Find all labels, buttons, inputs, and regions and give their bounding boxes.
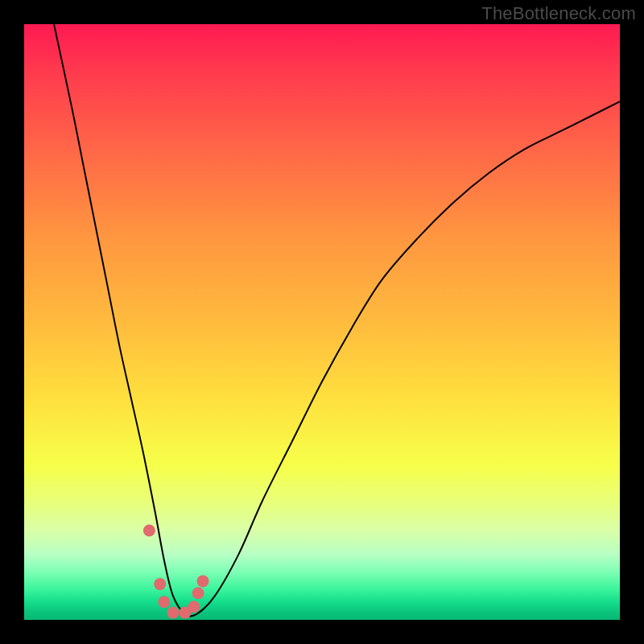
- curve-svg: [24, 24, 620, 620]
- curve-marker: [192, 587, 204, 599]
- curve-marker: [197, 575, 209, 587]
- curve-marker: [167, 607, 180, 619]
- curve-marker: [143, 525, 155, 537]
- curve-marker: [188, 601, 200, 613]
- bottleneck-curve: [54, 24, 620, 616]
- watermark-text: TheBottleneck.com: [481, 3, 636, 24]
- curve-markers: [143, 525, 209, 619]
- curve-marker: [158, 596, 170, 608]
- curve-marker: [154, 578, 166, 590]
- chart-stage: TheBottleneck.com: [0, 0, 644, 644]
- plot-area: [24, 24, 620, 620]
